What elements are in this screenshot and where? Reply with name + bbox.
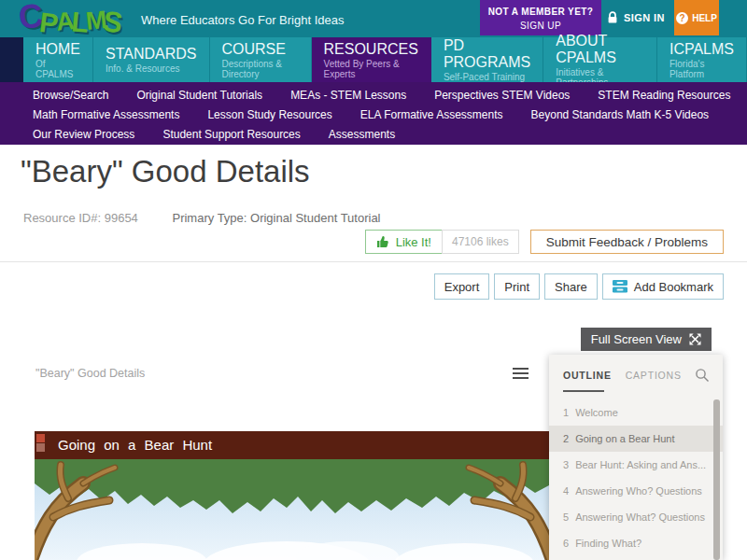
print-button[interactable]: Print xyxy=(494,273,540,300)
full-screen-view-button[interactable]: Full Screen View xyxy=(581,328,712,351)
thumbs-up-icon xyxy=(376,235,389,248)
resources-subnav: Browse/Search Original Student Tutorials… xyxy=(0,82,747,145)
subnav-link-perspectives-stem-videos[interactable]: Perspectives STEM Videos xyxy=(420,86,584,105)
sign-up-button[interactable]: NOT A MEMBER YET? SIGN UP xyxy=(480,0,601,35)
subnav-link-lesson-study-resources[interactable]: Lesson Study Resources xyxy=(193,105,345,125)
outline-item-finding-what[interactable]: 6Finding What? xyxy=(549,530,723,556)
resource-meta: Resource ID#: 99654 Primary Type: Origin… xyxy=(23,211,381,225)
nav-tab-sublabel: Descriptions & Directory xyxy=(222,59,299,79)
slide-marker-icon xyxy=(36,434,45,442)
subnav-row: Browse/Search Original Student Tutorials… xyxy=(0,86,747,105)
like-button[interactable]: Like It! xyxy=(365,230,443,254)
nav-tab-pd-programs[interactable]: PD PROGRAMS Self-Paced Training xyxy=(431,37,543,82)
export-button[interactable]: Export xyxy=(434,273,490,300)
nav-tab-sublabel: Self-Paced Training xyxy=(444,72,530,82)
video-scene-illustration xyxy=(35,459,549,560)
actions-row: Like It! 47106 likes Submit Feedback / P… xyxy=(365,230,724,254)
cpalms-logo[interactable]: CPALMS xyxy=(19,0,120,36)
subnav-link-math-formative-assessments[interactable]: Math Formative Assessments xyxy=(19,105,193,125)
help-button[interactable]: ? HELP xyxy=(674,0,719,35)
likes-count: 47106 likes xyxy=(442,230,519,254)
logo-letter: S xyxy=(101,5,122,40)
outline-list: 1Welcome 2Going on a Bear Hunt 3Bear Hun… xyxy=(549,399,723,556)
signup-question: NOT A MEMBER YET? xyxy=(480,0,601,17)
search-icon[interactable] xyxy=(695,368,710,383)
outline-item-answering-what[interactable]: 5Answering What? Questions xyxy=(549,504,723,530)
outline-item-number: 6 xyxy=(563,538,569,549)
nav-tab-label: RESOURCES xyxy=(324,41,418,58)
subnav-link-ela-formative-assessments[interactable]: ELA Formative Assessments xyxy=(346,105,517,125)
video-slide-title: Going on a Bear Hunt xyxy=(58,437,212,453)
primary-type: Primary Type: Original Student Tutorial xyxy=(172,211,380,225)
add-bookmark-label: Add Bookmark xyxy=(634,280,713,294)
horizontal-divider xyxy=(0,261,747,262)
video-title-bar: Going on a Bear Hunt xyxy=(35,431,549,459)
outline-item-number: 3 xyxy=(563,459,569,470)
lock-icon xyxy=(607,11,618,24)
like-group: Like It! 47106 likes xyxy=(365,230,519,254)
panel-tab-bar: OUTLINE CAPTIONS xyxy=(549,355,723,383)
subnav-link-meas-stem-lessons[interactable]: MEAs - STEM Lessons xyxy=(276,86,420,105)
nav-tab-sublabel: Info. & Resources xyxy=(106,63,197,74)
panel-scrollbar[interactable] xyxy=(713,399,720,560)
bookmark-icon xyxy=(613,280,627,293)
subnav-row: Math Formative Assessments Lesson Study … xyxy=(0,105,747,125)
main-navigation: HOME Of CPALMS STANDARDS Info. & Resourc… xyxy=(0,37,747,82)
sign-in-button[interactable]: SIGN IN xyxy=(607,0,665,35)
subnav-row: Our Review Process Student Support Resou… xyxy=(0,125,747,145)
share-button[interactable]: Share xyxy=(544,273,598,300)
subnav-link-our-review-process[interactable]: Our Review Process xyxy=(19,125,148,145)
nav-tab-icpalms[interactable]: ICPALMS Florida's Platform xyxy=(657,37,747,82)
resource-toolbar: Export Print Share Add Bookmark xyxy=(434,273,724,300)
nav-tab-sublabel: Vetted By Peers & Experts xyxy=(324,59,418,79)
outline-panel: OUTLINE CAPTIONS 1Welcome 2Going on a Be… xyxy=(549,355,723,560)
menu-icon[interactable] xyxy=(513,368,529,382)
outline-item-answering-who[interactable]: 4Answering Who? Questions xyxy=(549,478,723,504)
nav-tab-label: ABOUT CPALMS xyxy=(556,33,644,66)
outline-item-label: Welcome xyxy=(575,407,618,418)
tab-captions[interactable]: CAPTIONS xyxy=(626,370,682,381)
subnav-link-student-support-resources[interactable]: Student Support Resources xyxy=(148,125,314,145)
outline-item-label: Answering What? Questions xyxy=(575,511,705,523)
outline-item-number: 1 xyxy=(563,407,569,418)
subnav-link-assessments[interactable]: Assessments xyxy=(315,125,409,145)
nav-tab-label: PD PROGRAMS xyxy=(444,37,530,71)
like-label: Like It! xyxy=(396,235,431,249)
outline-item-number: 4 xyxy=(563,485,569,497)
add-bookmark-button[interactable]: Add Bookmark xyxy=(602,273,724,300)
subnav-link-original-student-tutorials[interactable]: Original Student Tutorials xyxy=(122,86,276,105)
submit-feedback-button[interactable]: Submit Feedback / Problems xyxy=(530,230,724,254)
nav-tab-standards[interactable]: STANDARDS Info. & Resources xyxy=(93,37,210,82)
outline-item-number: 2 xyxy=(563,433,569,444)
site-tagline: Where Educators Go For Bright Ideas xyxy=(141,13,344,27)
player-title: "Beary" Good Details xyxy=(35,367,145,380)
subnav-link-browse-search[interactable]: Browse/Search xyxy=(19,86,122,105)
expand-icon xyxy=(689,333,701,345)
outline-item-going-on-a-bear-hunt[interactable]: 2Going on a Bear Hunt xyxy=(549,426,723,452)
nav-tab-sublabel: Of CPALMS xyxy=(35,59,80,79)
outline-item-number: 5 xyxy=(563,511,569,523)
help-label: HELP xyxy=(692,13,717,23)
outline-item-label: Answering Who? Questions xyxy=(575,485,702,497)
nav-tab-home[interactable]: HOME Of CPALMS xyxy=(23,37,93,82)
nav-tab-sublabel: Florida's Platform xyxy=(669,59,734,79)
tab-outline[interactable]: OUTLINE xyxy=(563,370,612,381)
subnav-link-beyond-standards-math[interactable]: Beyond Standards Math K-5 Videos xyxy=(517,105,724,125)
tutorial-video[interactable]: Going on a Bear Hunt xyxy=(35,431,549,560)
nav-tab-course[interactable]: COURSE Descriptions & Directory xyxy=(210,37,312,82)
full-screen-label: Full Screen View xyxy=(591,332,682,346)
nav-tab-label: COURSE xyxy=(222,41,299,58)
nav-tab-label: ICPALMS xyxy=(669,41,734,58)
subnav-link-stem-reading-resources[interactable]: STEM Reading Resources xyxy=(584,86,744,105)
nav-tab-about-cpalms[interactable]: ABOUT CPALMS Initiatives & Partnerships xyxy=(543,37,657,82)
outline-item-bear-hunt-asking[interactable]: 3Bear Hunt: Asking and Ans... xyxy=(549,452,723,478)
question-icon: ? xyxy=(676,12,688,24)
signin-label: SIGN IN xyxy=(624,12,665,23)
nav-tab-label: HOME xyxy=(35,41,80,58)
active-tab-underline xyxy=(563,390,604,392)
nav-tab-resources[interactable]: RESOURCES Vetted By Peers & Experts xyxy=(312,37,431,82)
slide-marker-icon xyxy=(36,443,45,452)
outline-item-welcome[interactable]: 1Welcome xyxy=(549,399,723,426)
page-title: "Beary" Good Details xyxy=(21,154,310,189)
outline-item-label: Going on a Bear Hunt xyxy=(575,433,674,444)
